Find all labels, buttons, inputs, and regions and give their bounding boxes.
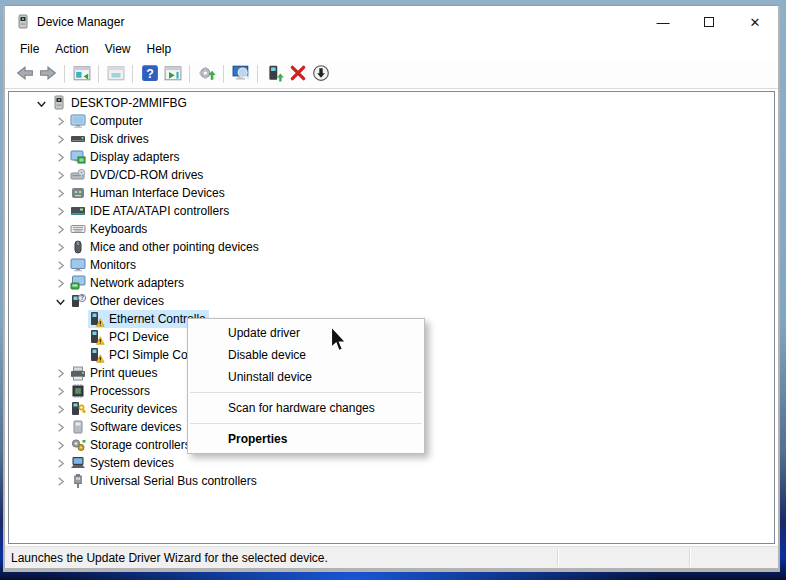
tree-item-display-adapters[interactable]: Display adapters (9, 148, 774, 166)
tree-item-content[interactable]: Monitors (69, 256, 139, 274)
chevron-collapsed-icon[interactable] (52, 185, 69, 201)
tree-item-universal-serial-bus-controllers[interactable]: Universal Serial Bus controllers (9, 472, 774, 490)
tree-item-label: Computer (90, 114, 143, 128)
warning-device-icon (89, 347, 105, 363)
chevron-collapsed-icon[interactable] (52, 383, 69, 399)
dvd-drive-icon (70, 167, 86, 183)
tree-item-content[interactable]: Computer (69, 112, 146, 130)
maximize-button[interactable] (686, 6, 732, 38)
menu-file[interactable]: File (12, 40, 47, 58)
disable-device-button[interactable] (309, 63, 332, 86)
install-device-button[interactable] (263, 63, 286, 86)
tree-item-label: System devices (90, 456, 174, 470)
tree-item-content[interactable]: IDE ATA/ATAPI controllers (69, 202, 232, 220)
unknown-category-icon: ? (70, 293, 86, 309)
update-driver-button[interactable] (195, 63, 218, 86)
disk-drive-icon (70, 131, 86, 147)
tree-item-disk-drives[interactable]: Disk drives (9, 130, 774, 148)
processor-icon (70, 383, 86, 399)
chevron-collapsed-icon[interactable] (52, 257, 69, 273)
close-button[interactable]: ✕ (732, 6, 778, 38)
tree-item-content[interactable]: Disk drives (69, 130, 152, 148)
help-button[interactable]: ? (138, 63, 161, 86)
minimize-button[interactable]: — (640, 6, 686, 38)
back-icon (16, 64, 34, 85)
tree-item-label: Security devices (90, 402, 177, 416)
desktop-background: { "window": { "title": "Device Manager",… (0, 0, 786, 580)
tree-item-content[interactable]: DESKTOP-2MMIFBG (50, 94, 190, 112)
tree-item-content[interactable]: Display adapters (69, 148, 182, 166)
menu-action[interactable]: Action (47, 40, 96, 58)
context-menu-item-update-driver[interactable]: Update driver (188, 322, 424, 344)
tree-item-label: IDE ATA/ATAPI controllers (90, 204, 229, 218)
tree-item-content[interactable]: Storage controllers (69, 436, 194, 454)
chevron-expanded-icon[interactable] (33, 95, 50, 111)
tree-item-network-adapters[interactable]: Network adapters (9, 274, 774, 292)
toolbar-separator (132, 65, 133, 83)
context-menu-item-disable-device[interactable]: Disable device (188, 344, 424, 366)
chevron-collapsed-icon[interactable] (52, 113, 69, 129)
chevron-collapsed-icon[interactable] (52, 455, 69, 471)
tree-item-other-devices[interactable]: ?Other devices (9, 292, 774, 310)
uninstall-device-button[interactable] (286, 63, 309, 86)
scan-hardware-changes-button[interactable] (229, 63, 252, 86)
status-bar: Launches the Update Driver Wizard for th… (5, 546, 778, 568)
tree-item-content[interactable]: Security devices (69, 400, 180, 418)
tree-item-content[interactable]: System devices (69, 454, 177, 472)
chevron-expanded-icon[interactable] (52, 293, 69, 309)
context-menu-item-properties[interactable]: Properties (188, 428, 424, 450)
tree-item-computer[interactable]: Computer (9, 112, 774, 130)
chevron-collapsed-icon[interactable] (52, 419, 69, 435)
tree-item-content[interactable]: Universal Serial Bus controllers (69, 472, 260, 490)
tree-item-human-interface-devices[interactable]: Human Interface Devices (9, 184, 774, 202)
tree-item-content[interactable]: Software devices (69, 418, 184, 436)
system-device-icon (70, 455, 86, 471)
tree-item-system-devices[interactable]: System devices (9, 454, 774, 472)
software-device-icon (70, 419, 86, 435)
chevron-collapsed-icon[interactable] (52, 149, 69, 165)
tree-item-content[interactable]: Processors (69, 382, 153, 400)
tree-item-content[interactable]: Human Interface Devices (69, 184, 228, 202)
action-pane-button[interactable] (161, 63, 184, 86)
status-text: Launches the Update Driver Wizard for th… (11, 551, 328, 565)
tree-item-dvd-cd-rom-drives[interactable]: DVD/CD-ROM drives (9, 166, 774, 184)
show-console-tree-button[interactable] (70, 63, 93, 86)
monitor-icon (70, 257, 86, 273)
tree-item-content[interactable]: PCI Device (88, 328, 172, 346)
chevron-collapsed-icon[interactable] (52, 203, 69, 219)
chevron-collapsed-icon[interactable] (52, 275, 69, 291)
forward-button[interactable] (36, 63, 59, 86)
tree-item-content[interactable]: Mice and other pointing devices (69, 238, 262, 256)
tree-item-content[interactable]: ?Other devices (69, 292, 167, 310)
menu-help[interactable]: Help (139, 40, 180, 58)
display-adapter-icon (70, 149, 86, 165)
menu-view[interactable]: View (97, 40, 139, 58)
tree-item-content[interactable]: Keyboards (69, 220, 150, 238)
tree-item-desktop-2mmifbg[interactable]: DESKTOP-2MMIFBG (9, 94, 774, 112)
tree-item-mice-and-other-pointing-devices[interactable]: Mice and other pointing devices (9, 238, 774, 256)
back-button[interactable] (13, 63, 36, 86)
tree-item-content[interactable]: Network adapters (69, 274, 187, 292)
properties-window-button[interactable] (104, 63, 127, 86)
install-device-icon (266, 64, 284, 85)
tree-item-ide-ata-atapi-controllers[interactable]: IDE ATA/ATAPI controllers (9, 202, 774, 220)
context-menu-item-scan-for-hardware-changes[interactable]: Scan for hardware changes (188, 397, 424, 419)
chevron-collapsed-icon[interactable] (52, 131, 69, 147)
context-menu-item-uninstall-device[interactable]: Uninstall device (188, 366, 424, 388)
chevron-collapsed-icon[interactable] (52, 401, 69, 417)
computer-icon (70, 113, 86, 129)
chevron-collapsed-icon[interactable] (52, 221, 69, 237)
chevron-collapsed-icon[interactable] (52, 437, 69, 453)
chevron-collapsed-icon[interactable] (52, 365, 69, 381)
chevron-collapsed-icon[interactable] (52, 473, 69, 489)
tree-item-content[interactable]: DVD/CD-ROM drives (69, 166, 206, 184)
disable-device-icon (312, 64, 330, 85)
title-bar[interactable]: Device Manager — ✕ (5, 6, 778, 38)
device-manager-icon (51, 95, 67, 111)
tree-item-label: Human Interface Devices (90, 186, 225, 200)
chevron-collapsed-icon[interactable] (52, 167, 69, 183)
tree-item-content[interactable]: Print queues (69, 364, 160, 382)
chevron-collapsed-icon[interactable] (52, 239, 69, 255)
tree-item-keyboards[interactable]: Keyboards (9, 220, 774, 238)
tree-item-monitors[interactable]: Monitors (9, 256, 774, 274)
